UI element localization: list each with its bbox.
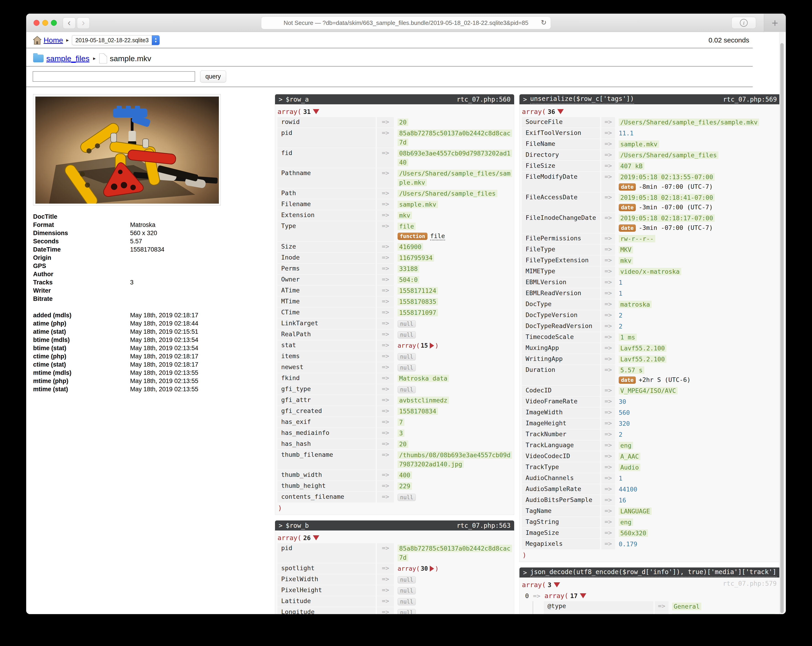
value-string: 400 (398, 471, 412, 479)
kint-key: fkind (278, 373, 375, 384)
home-link[interactable]: Home (44, 36, 63, 44)
arrow-label: => (377, 428, 394, 438)
panel-header[interactable]: >$row_artc_07.php:560 (275, 94, 514, 104)
thumbnail-frame[interactable] (33, 94, 221, 205)
kint-key: Owner (278, 275, 375, 285)
kint-row: PixelWidth=>null (278, 574, 512, 585)
panel-header[interactable]: >$row_brtc_07.php:563 (275, 521, 514, 530)
arrow-label: => (601, 462, 615, 473)
date-hint: date-8min -07:00 (UTC-7) (619, 182, 777, 191)
nested-array-toggle[interactable]: array(17 (545, 590, 586, 601)
kint-key: UniqueID (544, 612, 653, 614)
array-toggle[interactable]: array(30) (398, 565, 439, 572)
kint-value: /Users/Shared/sample_files (615, 150, 778, 160)
kint-value: 229 (394, 481, 512, 492)
arrow-label: => (377, 470, 394, 481)
kint-value: 2 (615, 321, 778, 332)
info-button[interactable]: i (731, 17, 756, 29)
folder-link[interactable]: sample_files (46, 54, 90, 63)
reload-icon[interactable]: ↻ (541, 18, 546, 26)
array-root-toggle[interactable]: array(36 (522, 106, 778, 117)
expand-icon[interactable] (430, 343, 434, 348)
expand-icon[interactable] (430, 566, 434, 571)
panel-header[interactable]: >unserialize($row_c['tags'])rtc_07.php:5… (519, 94, 780, 104)
meta-value: May 18th, 2019 02:18:17 (130, 312, 198, 319)
kint-key: items (278, 351, 375, 362)
meta-value: May 18th, 2019 02:13:55 (130, 386, 198, 393)
collapse-icon[interactable] (557, 109, 564, 114)
kint-value: 5.57 sdate+2hr S (UTC-6) (615, 365, 778, 385)
value-string: Matroska data (398, 374, 449, 382)
array-count: 36 (548, 108, 555, 115)
value-number: 2 (619, 312, 622, 319)
arrow-label: => (601, 397, 615, 407)
query-button[interactable]: query (200, 70, 226, 82)
kint-value: 20 (394, 439, 512, 449)
collapse-icon[interactable] (554, 582, 560, 587)
kint-key: EBMLReadVersion (522, 288, 600, 299)
kint-row: LinkTarget=>null (278, 318, 512, 329)
home-icon (33, 36, 41, 44)
kint-row: fkind=>Matroska data (278, 373, 512, 384)
kint-key: spotlight (278, 564, 375, 574)
array-toggle[interactable]: array(15) (398, 342, 439, 349)
collapse-icon[interactable] (580, 593, 586, 598)
arrow-label: => (377, 395, 394, 406)
kint-row: ImageWidth=>560 (522, 408, 778, 418)
thumbnail-image (35, 96, 219, 204)
meta-value: Matroska (130, 221, 156, 229)
null-badge: null (398, 353, 416, 360)
panel-title: unserialize($row_c['tags']) (530, 95, 634, 104)
arrow-label: => (377, 492, 394, 502)
arrow-label: => (377, 242, 394, 252)
kint-key: Latitude (278, 596, 375, 607)
kint-value: null (394, 574, 512, 585)
kint-value: video/x-matroska (615, 266, 778, 277)
collapse-icon[interactable] (313, 535, 319, 540)
array-root-toggle[interactable]: array(26 (278, 532, 512, 543)
query-input[interactable] (33, 71, 195, 82)
kint-row: Path=>/Users/Shared/sample_files (278, 188, 512, 199)
meta-label: ctime (php) (33, 353, 130, 360)
kint-row: VideoCodecID=>A_AAC (522, 451, 778, 462)
left-column: DocTitleFormatMatroskaDimensions560 x 32… (33, 94, 226, 394)
array-root-toggle[interactable]: array(31 (278, 106, 512, 117)
db-select[interactable]: 2019-05-18_02-18-22.sqlite3 ▲▼ (72, 35, 160, 45)
scrollbar-thumb[interactable] (780, 43, 784, 613)
forward-button[interactable]: › (77, 17, 90, 29)
minimize-window-button[interactable] (42, 20, 48, 26)
arrow-label: => (601, 528, 615, 539)
kint-key: Filename (278, 199, 375, 210)
meta-row: mtime (mdls)May 18th, 2019 02:13:55 (33, 370, 226, 377)
kint-value: /Users/Shared/sample_files (394, 188, 512, 199)
collapse-icon[interactable] (313, 109, 319, 114)
arrow-label: => (601, 408, 615, 418)
scrollbar[interactable] (779, 32, 785, 614)
kint-value: 3 (394, 428, 512, 438)
array-close-label: ) (435, 565, 439, 572)
panel-header[interactable]: >json_decode(utf8_encode($row_d['info'])… (519, 568, 780, 577)
value-string: mkv (398, 212, 412, 219)
zoom-window-button[interactable] (51, 20, 57, 26)
new-tab-button[interactable]: + (764, 14, 786, 32)
arrow-label: => (601, 473, 615, 484)
kint-row: SourceFile=>/Users/Shared/sample_files/s… (522, 117, 778, 128)
kint-row: has_exif=>7 (278, 417, 512, 428)
select-stepper-icon: ▲▼ (152, 35, 160, 45)
kint-row: TrackLanguage=>eng (522, 440, 778, 451)
address-bar[interactable]: Not Secure — ?db=data/skim/663_sample_fi… (261, 17, 551, 29)
kint-value: null (394, 492, 512, 502)
back-button[interactable]: ‹ (63, 17, 76, 29)
kint-row: EBMLVersion=>1 (522, 277, 778, 288)
nested-index: 0 (525, 593, 529, 599)
kint-row: TrackNumber=>2 (522, 429, 778, 440)
arrow-label: => (377, 481, 394, 492)
arrow-label: => (377, 286, 394, 296)
array-count: 15 (421, 342, 428, 349)
value-string: 407 kB (619, 162, 644, 170)
kint-value: null (394, 596, 512, 607)
page-content: Home ▸ 2019-05-18_02-18-22.sqlite3 ▲▼ 0.… (26, 32, 786, 614)
kint-row: newest=>null (278, 362, 512, 373)
close-window-button[interactable] (34, 20, 40, 26)
kint-key: AudioBitsPerSample (522, 495, 600, 505)
